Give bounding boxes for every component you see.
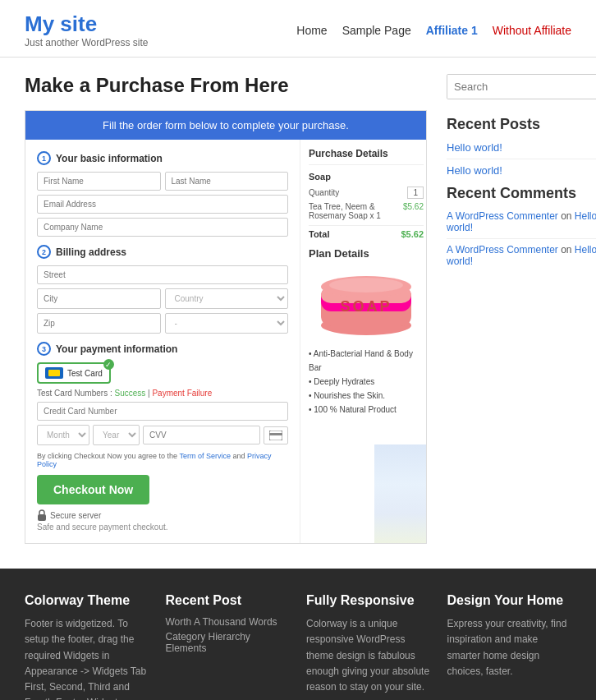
- step1-title: 1 Your basic information: [37, 151, 288, 165]
- content-area: Make a Purchase From Here Fill the order…: [25, 74, 427, 544]
- post-link-2[interactable]: Hello world!: [447, 164, 596, 177]
- comments-divider-1: [447, 238, 596, 239]
- checkout-body: 1 Your basic information: [25, 140, 426, 543]
- footer-col-3-text: Colorway is a unique responsive WordPres…: [306, 616, 431, 695]
- success-link[interactable]: Success: [114, 389, 145, 398]
- checkout-header-bar: Fill the order form below to complete yo…: [25, 111, 426, 140]
- quantity-row: Quantity 1: [309, 187, 424, 199]
- step3-title: 3 Your payment information: [37, 342, 288, 356]
- footer-col-3-title: Fully Responsive: [306, 593, 431, 608]
- search-box: [447, 74, 596, 99]
- feature-item: • Nourishes the Skin.: [309, 389, 424, 403]
- footer-col-4-title: Design Your Home: [447, 593, 572, 608]
- step1-circle: 1: [37, 151, 51, 165]
- svg-rect-2: [38, 514, 46, 521]
- feature-item: • Deeply Hydrates: [309, 375, 424, 389]
- street-input[interactable]: [37, 265, 288, 284]
- year-select[interactable]: Year: [93, 425, 140, 445]
- footer-post-link-1[interactable]: Worth A Thousand Words: [166, 616, 291, 628]
- main-layout: Make a Purchase From Here Fill the order…: [0, 58, 596, 560]
- recent-comments-title: Recent Comments: [447, 185, 596, 202]
- cvv-icon: [264, 426, 288, 444]
- search-input[interactable]: [447, 75, 596, 99]
- region-select[interactable]: -: [165, 313, 289, 334]
- footer-post-link-2[interactable]: Category Hierarchy Elements: [166, 631, 291, 654]
- test-card-badge[interactable]: Test Card ✓: [37, 362, 111, 384]
- cvv-input[interactable]: [143, 426, 260, 444]
- lock-icon: [37, 509, 47, 521]
- quantity-value: 1: [407, 187, 424, 199]
- plan-details-label: Plan Details: [309, 247, 424, 260]
- footer-col-1-text: Footer is widgetized. To setup the foote…: [25, 616, 149, 700]
- svg-rect-1: [269, 433, 282, 435]
- feature-item: • Anti-Bacterial Hand & Body Bar: [309, 347, 424, 375]
- comment-1: A WordPress Commenter on Hello world!: [447, 210, 596, 233]
- product-name: Soap: [309, 172, 424, 182]
- checkout-container: Fill the order form below to complete yo…: [25, 110, 427, 544]
- country-select[interactable]: Country: [165, 288, 289, 309]
- footer-col-2: Recent Post Worth A Thousand Words Categ…: [166, 593, 291, 700]
- step2-circle: 2: [37, 245, 51, 259]
- last-name-input[interactable]: [165, 172, 289, 191]
- site-tagline: Just another WordPress site: [25, 37, 149, 48]
- background-overlay: [374, 444, 427, 543]
- main-nav: Home Sample Page Affiliate 1 Without Aff…: [296, 24, 571, 37]
- item-row: Tea Tree, Neem & Rosemary Soap x 1 $5.62: [309, 202, 424, 220]
- first-name-input[interactable]: [37, 172, 161, 191]
- nav-without-affiliate[interactable]: Without Affiliate: [493, 24, 571, 37]
- check-badge: ✓: [103, 359, 114, 370]
- step3-circle: 3: [37, 342, 51, 356]
- page-title: Make a Purchase From Here: [25, 74, 427, 97]
- svg-text:SOAP: SOAP: [340, 298, 392, 315]
- purchase-section: Purchase Details Soap Quantity 1 Tea Tre…: [300, 140, 427, 543]
- total-price: $5.62: [401, 229, 424, 239]
- footer-col-1: Colorway Theme Footer is widgetized. To …: [25, 593, 149, 700]
- secure-label: Secure server: [50, 511, 101, 520]
- test-card-numbers: Test Card Numbers : Success | Payment Fa…: [37, 389, 288, 398]
- terms-text: By clicking Checkout Now you agree to th…: [37, 452, 288, 468]
- site-title: My site: [25, 12, 149, 37]
- email-input[interactable]: [37, 195, 288, 214]
- city-input[interactable]: [37, 288, 161, 309]
- svg-point-8: [329, 278, 403, 292]
- nav-sample-page[interactable]: Sample Page: [342, 24, 411, 37]
- purchase-title: Purchase Details: [309, 148, 424, 165]
- secure-text: Safe and secure payment checkout.: [37, 523, 288, 532]
- month-select[interactable]: Month: [37, 425, 89, 445]
- header: My site Just another WordPress site Home…: [0, 0, 596, 58]
- checkout-button[interactable]: Checkout Now: [37, 475, 149, 504]
- recent-posts-title: Recent Posts: [447, 116, 596, 133]
- nav-home[interactable]: Home: [296, 24, 327, 37]
- footer-col-1-title: Colorway Theme: [25, 593, 149, 608]
- site-branding: My site Just another WordPress site: [25, 12, 149, 48]
- footer-col-3: Fully Responsive Colorway is a unique re…: [306, 593, 431, 700]
- step2-title: 2 Billing address: [37, 245, 288, 259]
- company-input[interactable]: [37, 218, 288, 237]
- name-row: [37, 172, 288, 191]
- sidebar: Recent Posts Hello world! Hello world! R…: [447, 74, 596, 272]
- comment-2: A WordPress Commenter on Hello world!: [447, 244, 596, 267]
- product-features: • Anti-Bacterial Hand & Body Bar • Deepl…: [309, 347, 424, 417]
- card-icon: [45, 367, 63, 379]
- footer-col-4-text: Express your creativity, find inspiratio…: [447, 616, 572, 679]
- item-price: $5.62: [403, 202, 424, 220]
- total-row: Total $5.62: [309, 225, 424, 239]
- footer-col-2-title: Recent Post: [166, 593, 291, 608]
- nav-affiliate-1[interactable]: Affiliate 1: [426, 24, 478, 37]
- footer-col-4: Design Your Home Express your creativity…: [447, 593, 572, 700]
- soap-image: SOAP: [309, 266, 424, 338]
- form-section: 1 Your basic information: [25, 140, 300, 543]
- post-link-1[interactable]: Hello world!: [447, 141, 596, 154]
- cc-number-input[interactable]: [37, 402, 288, 421]
- feature-item: • 100 % Natural Product: [309, 403, 424, 417]
- footer-dark: Colorway Theme Footer is widgetized. To …: [0, 569, 596, 700]
- posts-divider-1: [447, 159, 596, 159]
- failure-link[interactable]: Payment Failure: [152, 389, 212, 398]
- tos-link[interactable]: Term of Service: [179, 452, 231, 460]
- zip-input[interactable]: [37, 313, 161, 334]
